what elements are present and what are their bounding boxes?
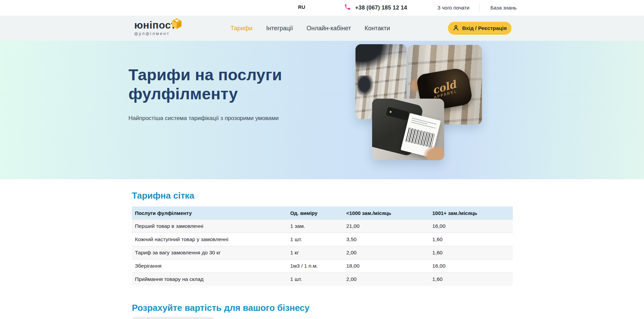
nav-integrations[interactable]: Інтеграції [266, 25, 293, 32]
service-cell: Тариф за вагу замовлення до 30 кг [132, 250, 287, 256]
calculator-control-cutoff[interactable] [132, 317, 214, 319]
unit-cell: 1м3 / 1 п.м. [287, 263, 343, 269]
page-title: Тарифи на послуги фулфілменту [128, 65, 282, 103]
table-row: Кожний наступний товар у замовленні 1 шт… [132, 233, 513, 246]
unit-cell: 1 зам. [287, 223, 343, 229]
price-lt1000-cell: 3,50 [343, 236, 429, 242]
unit-cell: 1 шт. [287, 276, 343, 282]
phone-icon [344, 3, 351, 12]
logo-tagline: фулфілмент [134, 31, 185, 36]
nav-tariffs[interactable]: Тарифи [230, 25, 253, 32]
language-switcher[interactable]: RU [298, 4, 305, 10]
printer-panel [386, 107, 409, 121]
cube-icon [172, 18, 182, 31]
topbar-link-getting-started[interactable]: З чого почати [437, 5, 469, 11]
unit-cell: 1 кг [287, 250, 343, 256]
service-cell: Кожний наступний товар у замовленні [132, 236, 287, 242]
pricing-section: Тарифна сітка Послуги фулфілменту Од. ви… [0, 179, 644, 319]
price-gt1001-cell: 16,00 [429, 263, 513, 269]
price-gt1001-cell: 1,60 [429, 236, 513, 242]
nav-online-cabinet[interactable]: Онлайн-кабінет [307, 25, 351, 32]
column-header-service: Послуги фулфілменту [132, 210, 287, 216]
barcode-scanner [358, 75, 374, 97]
price-gt1001-cell: 1,60 [429, 276, 513, 282]
pricing-table-header: Послуги фулфілменту Од. виміру <1000 зам… [132, 206, 513, 219]
price-gt1001-cell: 1,60 [429, 250, 513, 256]
price-lt1000-cell: 2,00 [343, 250, 429, 256]
table-row: Перший товар в замовленні 1 зам. 21,00 1… [132, 219, 513, 233]
service-cell: Зберігання [132, 263, 287, 269]
barcode [405, 128, 435, 148]
price-lt1000-cell: 21,00 [343, 223, 429, 229]
pricing-section-title: Тарифна сітка [132, 190, 644, 201]
login-button[interactable]: Вхід / Реєстрація [448, 22, 511, 35]
column-header-gt1001: 1001+ зам./місяць [429, 210, 513, 216]
table-row: Приймання товару на склад 1 шт. 2,00 1,6… [132, 272, 513, 286]
column-header-lt1000: <1000 зам./місяць [343, 210, 429, 216]
hero-section: Тарифи на послуги фулфілменту Найпростіш… [0, 41, 644, 179]
user-icon [453, 24, 459, 32]
price-lt1000-cell: 18,00 [343, 263, 429, 269]
main-nav: Тарифи Інтеграції Онлайн-кабінет Контакт… [230, 16, 390, 41]
pricing-table: Послуги фулфілменту Од. виміру <1000 зам… [132, 206, 513, 286]
printer-led [389, 111, 392, 113]
worker-arm [355, 44, 392, 70]
worker-hand [423, 145, 444, 160]
page-title-line2: фулфілменту [128, 85, 238, 103]
topbar-link-knowledge-base[interactable]: База знань [490, 5, 517, 11]
phone-link[interactable]: +38 (067) 185 12 14 [344, 3, 407, 12]
price-lt1000-cell: 2,00 [343, 276, 429, 282]
service-cell: Перший товар в замовленні [132, 223, 287, 229]
topbar-divider [479, 3, 480, 12]
calculator-section-title: Розрахуйте вартість для вашого бізнесу [132, 303, 644, 313]
logo[interactable]: юніпост фулфілмент [134, 20, 185, 36]
table-row: Зберігання 1м3 / 1 п.м. 18,00 16,00 [132, 259, 513, 272]
service-cell: Приймання товару на склад [132, 276, 287, 282]
page-subtitle: Найпростіша система тарифікації з прозор… [128, 115, 279, 122]
table-row: Тариф за вагу замовлення до 30 кг 1 кг 2… [132, 246, 513, 259]
nav-contacts[interactable]: Контакти [365, 25, 390, 32]
topbar: RU +38 (067) 185 12 14 З чого почати Баз… [0, 0, 644, 16]
page-title-line1: Тарифи на послуги [128, 66, 282, 84]
unit-cell: 1 шт. [287, 236, 343, 242]
column-header-unit: Од. виміру [287, 210, 343, 216]
phone-number: +38 (067) 185 12 14 [355, 4, 407, 11]
label-printer-photo [372, 99, 444, 160]
main-header: юніпост фулфілмент Тарифи Інтеграції Онл… [0, 16, 644, 41]
price-gt1001-cell: 16,00 [429, 223, 513, 229]
login-button-label: Вхід / Реєстрація [462, 25, 507, 31]
page: RU +38 (067) 185 12 14 З чого почати Баз… [0, 0, 644, 319]
